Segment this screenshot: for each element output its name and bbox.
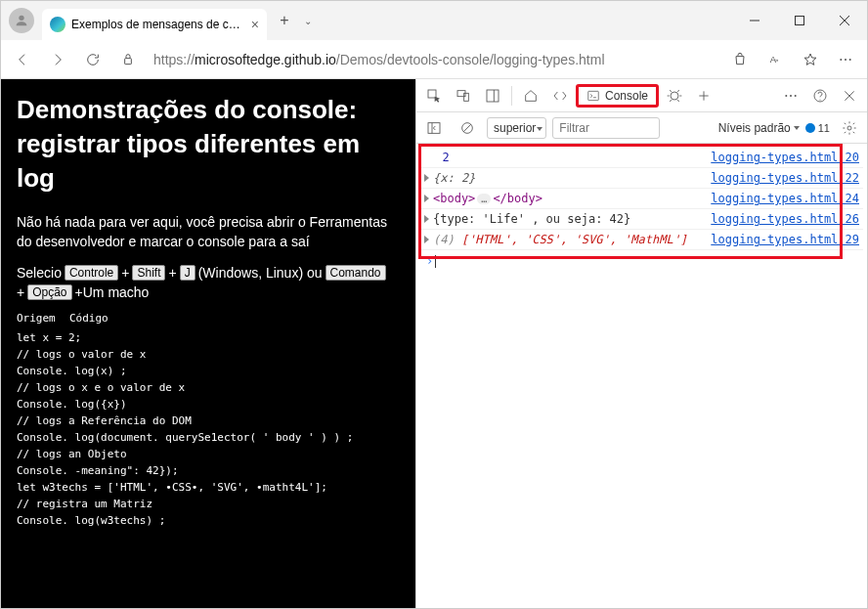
console-output: 2logging-types.html:20{x: 2}logging-type… bbox=[416, 144, 867, 608]
console-log-line[interactable]: {type: 'Life' , ou seja: 42}logging-type… bbox=[420, 209, 863, 230]
code-line: // registra um Matriz bbox=[17, 496, 400, 512]
site-info-button[interactable] bbox=[112, 44, 144, 75]
svg-line-23 bbox=[677, 90, 678, 92]
tab-overflow-button[interactable]: ⌄ bbox=[298, 16, 318, 26]
page-content: Demonstrações do console: registrar tipo… bbox=[1, 79, 415, 608]
url-path: /Demos/devtools-console/logging-types.ht… bbox=[336, 52, 605, 67]
code-line: Console. log(document. querySe1ector( ' … bbox=[17, 429, 400, 446]
forward-button[interactable] bbox=[42, 44, 73, 75]
address-bar[interactable]: https://microsoftedge.github.io/Demos/de… bbox=[148, 52, 720, 67]
dock-side-button[interactable] bbox=[479, 82, 506, 109]
shortcut-row-1: Selecio Controle+ Shift+ J (Windows, Lin… bbox=[17, 265, 400, 281]
menu-button[interactable] bbox=[830, 44, 861, 75]
svg-rect-15 bbox=[487, 90, 499, 102]
svg-line-22 bbox=[670, 90, 671, 92]
new-tab-button[interactable]: + bbox=[271, 7, 298, 34]
shortcut-row-2: +Opção+Um macho bbox=[17, 284, 400, 300]
inspect-element-button[interactable] bbox=[420, 82, 448, 109]
browser-tab[interactable]: Exemplos de mensagens de console: log × bbox=[42, 9, 267, 40]
code-line: Console. log(x) ; bbox=[17, 363, 400, 379]
expand-icon[interactable] bbox=[424, 215, 429, 223]
svg-point-11 bbox=[849, 59, 851, 61]
kbd-j: J bbox=[180, 265, 195, 281]
console-filter-bar: superior Níveis padrão 11 bbox=[416, 112, 867, 144]
favorite-button[interactable] bbox=[795, 44, 826, 75]
svg-rect-2 bbox=[796, 17, 804, 25]
code-line: // logs o valor de x bbox=[17, 346, 400, 363]
source-link[interactable]: logging-types.html:24 bbox=[711, 192, 859, 205]
expand-icon[interactable] bbox=[424, 195, 429, 202]
console-log-line[interactable]: {x: 2}logging-types.html:22 bbox=[420, 168, 863, 189]
code-block: OrigemCódigo let x = 2;// logs o valor d… bbox=[17, 310, 400, 529]
svg-point-28 bbox=[785, 95, 787, 97]
svg-point-32 bbox=[819, 99, 820, 100]
source-link[interactable]: logging-types.html:22 bbox=[711, 171, 859, 185]
code-line: // logs o x e o valor de x bbox=[17, 379, 400, 396]
source-link[interactable]: logging-types.html:29 bbox=[711, 233, 859, 246]
page-intro: Não há nada para ver aqui, você precisa … bbox=[17, 213, 400, 251]
code-line: let x = 2; bbox=[17, 329, 400, 346]
console-log-line[interactable]: (4) ['HTML', 'CSS', 'SVG', 'MathML']logg… bbox=[420, 230, 863, 250]
console-log-line[interactable]: 2logging-types.html:20 bbox=[420, 148, 863, 168]
devtools-close-button[interactable] bbox=[836, 82, 863, 109]
shopping-button[interactable] bbox=[724, 44, 756, 75]
source-link[interactable]: logging-types.html:20 bbox=[711, 151, 859, 164]
titlebar: Exemplos de mensagens de console: log × … bbox=[1, 1, 867, 40]
close-icon[interactable]: × bbox=[251, 17, 259, 32]
kbd-opt: Opção bbox=[27, 284, 71, 300]
svg-marker-8 bbox=[804, 54, 816, 65]
console-tab[interactable]: Console bbox=[576, 84, 659, 108]
back-button[interactable] bbox=[7, 44, 38, 75]
log-levels-selector[interactable]: Níveis padrão bbox=[718, 121, 800, 135]
expand-icon[interactable] bbox=[424, 174, 429, 182]
svg-text:»: » bbox=[775, 57, 779, 63]
svg-rect-35 bbox=[428, 122, 440, 133]
profile-avatar[interactable] bbox=[9, 8, 34, 33]
svg-point-10 bbox=[845, 59, 846, 61]
code-line: // logs a Referência do DOM bbox=[17, 413, 400, 429]
toggle-sidebar-button[interactable] bbox=[420, 114, 448, 142]
kbd-cmd: Comando bbox=[326, 265, 386, 281]
svg-rect-17 bbox=[588, 91, 599, 100]
clear-console-button[interactable] bbox=[454, 114, 481, 142]
svg-line-25 bbox=[677, 100, 678, 102]
console-settings-button[interactable] bbox=[836, 114, 863, 142]
code-line: let w3techs = ['HTML', •CSS•, 'SVG', •ma… bbox=[17, 479, 400, 496]
expand-icon[interactable] bbox=[424, 236, 429, 243]
window-maximize-button[interactable] bbox=[777, 1, 822, 40]
window-close-button[interactable] bbox=[822, 1, 867, 40]
read-aloud-button[interactable]: A» bbox=[760, 44, 791, 75]
code-line: // logs an Objeto bbox=[17, 446, 400, 462]
welcome-tab[interactable] bbox=[517, 82, 544, 109]
console-log-line[interactable]: <body>…</body>logging-types.html:24 bbox=[420, 189, 863, 209]
console-prompt[interactable]: › bbox=[420, 250, 863, 272]
devtools-panel: Console superior Níveis padrão 11 2loggi… bbox=[415, 79, 867, 608]
devtools-help-button[interactable] bbox=[806, 82, 834, 109]
context-selector[interactable]: superior bbox=[487, 117, 546, 139]
device-emulation-button[interactable] bbox=[450, 82, 477, 109]
code-line: Console. log(w3techs) ; bbox=[17, 512, 400, 529]
code-line: Console. log({x}) bbox=[17, 396, 400, 413]
filter-input[interactable] bbox=[552, 117, 660, 139]
svg-point-30 bbox=[795, 95, 797, 97]
devtools-toolbar: Console bbox=[416, 79, 867, 112]
tab-title: Exemplos de mensagens de console: log bbox=[71, 18, 245, 31]
code-line: Console. -meaning": 42}); bbox=[17, 462, 400, 479]
issues-tab[interactable] bbox=[661, 82, 688, 109]
kbd-shift: Shift bbox=[132, 265, 165, 281]
source-link[interactable]: logging-types.html:26 bbox=[711, 212, 859, 226]
svg-point-0 bbox=[19, 16, 23, 21]
kbd-ctrl: Controle bbox=[65, 265, 118, 281]
more-tabs-button[interactable] bbox=[690, 82, 717, 109]
url-host: microsoftedge.github.io bbox=[195, 52, 336, 67]
svg-point-9 bbox=[840, 59, 842, 61]
svg-rect-14 bbox=[464, 93, 469, 101]
window-minimize-button[interactable] bbox=[732, 1, 777, 40]
devtools-more-button[interactable] bbox=[777, 82, 804, 109]
refresh-button[interactable] bbox=[77, 44, 108, 75]
issues-counter[interactable]: 11 bbox=[805, 122, 830, 134]
elements-tab[interactable] bbox=[546, 82, 574, 109]
page-title: Demonstrações do console: registrar tipo… bbox=[17, 93, 400, 196]
svg-point-29 bbox=[790, 95, 792, 97]
url-scheme: https:// bbox=[153, 52, 195, 67]
